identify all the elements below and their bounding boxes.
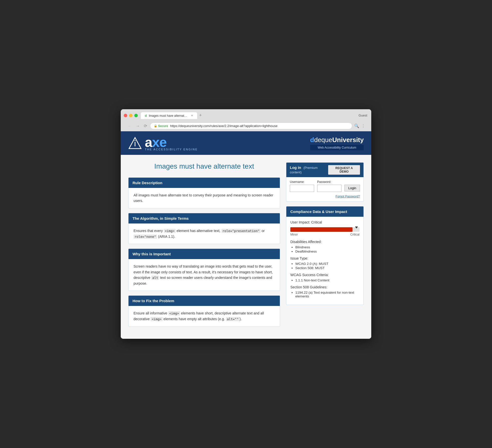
how-to-fix-text: Ensure all informative <img> elements ha…	[134, 310, 275, 322]
img-code-3: <img>	[151, 317, 162, 321]
rule-description-header: Rule Description	[129, 178, 280, 188]
secure-badge: 🔒 Secure	[154, 124, 168, 128]
algorithm-text: Ensures that every <img> element has alt…	[134, 228, 275, 240]
login-fields: Username: Password: Login	[290, 180, 360, 192]
login-body: Username: Password: Login	[286, 177, 363, 201]
forward-button[interactable]: →	[135, 123, 141, 129]
minor-label: Minor	[290, 233, 298, 236]
tab-close-icon[interactable]: ✕	[191, 114, 193, 117]
browser-top-bar: d Images must have alternate te… ✕ + Gue…	[124, 112, 368, 119]
login-header: Log in (Premium content) REQUEST A DEMO	[286, 163, 363, 177]
traffic-lights	[124, 114, 138, 117]
deque-curriculum: Web Accessibility Curriculum	[310, 145, 364, 150]
impact-bar-fill	[290, 227, 352, 232]
page-title: Images must have alternate text	[128, 162, 280, 170]
how-to-fix-header: How to Fix the Problem	[129, 296, 280, 306]
why-important-body: Screen readers have no way of translatin…	[129, 259, 280, 291]
tab-bar: d Images must have alternate te… ✕ +	[141, 112, 358, 119]
compliance-panel: Compliance Data & User Impact User Impac…	[286, 206, 364, 305]
main-area: Images must have alternate text Rule Des…	[121, 155, 371, 339]
why-important-header: Why this is Important	[129, 249, 280, 259]
rule-description-text: All images must have alternate text to c…	[134, 192, 275, 204]
minimize-traffic-light[interactable]	[129, 114, 133, 117]
url-display: https://dequeuniversity.com/rules/axe/2.…	[170, 124, 348, 128]
disabilities-list: Blindness Deafblindness	[295, 245, 359, 253]
maximize-traffic-light[interactable]	[134, 114, 138, 117]
rule-description-body: All images must have alternate text to c…	[129, 188, 280, 208]
wcag-item-1: 1.1.1 Non-text Content	[295, 278, 359, 282]
impact-labels: Minor Critical	[290, 233, 359, 236]
forgot-password-link[interactable]: Forgot Password?	[336, 195, 360, 198]
search-button[interactable]: 🔍	[354, 124, 359, 128]
password-field: Password:	[317, 180, 341, 192]
why-important-card: Why this is Important Screen readers hav…	[128, 249, 280, 291]
critical-label: Critical	[350, 233, 359, 236]
address-bar[interactable]: 🔒 Secure https://dequeuniversity.com/rul…	[150, 123, 352, 129]
img-code-2: <img>	[168, 311, 180, 315]
issue-types-list: WCAG 2.0 (A): MUST Section 508: MUST	[295, 262, 359, 270]
password-input[interactable]	[317, 185, 341, 192]
browser-window: d Images must have alternate te… ✕ + Gue…	[121, 109, 371, 339]
role-none-code: role="none"	[134, 235, 157, 239]
close-traffic-light[interactable]	[124, 114, 127, 117]
browser-address-bar: ← → ⟳ 🔒 Secure https://dequeuniversity.c…	[124, 121, 368, 131]
how-to-fix-card: How to Fix the Problem Ensure all inform…	[128, 295, 280, 327]
right-column: Log in (Premium content) REQUEST A DEMO …	[286, 162, 364, 305]
user-impact-label: User Impact:	[290, 220, 310, 224]
alt-code: alt	[151, 276, 159, 280]
login-label: Log in	[290, 165, 301, 170]
forgot-password-row: Forgot Password?	[290, 194, 360, 198]
wcag-title: WCAG Success Criteria:	[290, 273, 359, 277]
secure-label: Secure	[158, 124, 168, 128]
compliance-header: Compliance Data & User Impact	[286, 206, 363, 217]
deque-d: d	[310, 136, 314, 144]
username-label: Username:	[290, 180, 314, 184]
tab-title: Images must have alternate te…	[149, 114, 189, 118]
algorithm-card: The Algorithm, in Simple Terms Ensures t…	[128, 213, 280, 244]
section508-list: 1194.22 (a) Text equivalent for non-text…	[295, 291, 359, 298]
role-presentation-code: role="presentation"	[221, 229, 261, 233]
alt-empty-code: alt=""	[226, 317, 240, 321]
issue-type-wcag: WCAG 2.0 (A): MUST	[295, 262, 359, 266]
refresh-button[interactable]: ⟳	[143, 123, 148, 129]
axe-triangle-icon	[128, 137, 142, 149]
back-button[interactable]: ←	[127, 123, 133, 129]
section508-item-1: 1194.22 (a) Text equivalent for non-text…	[295, 291, 359, 298]
deque-university-name: ddequeUniversity	[310, 136, 364, 144]
issue-type-title: Issue Type:	[290, 256, 359, 260]
img-code-1: <img>	[164, 229, 176, 233]
left-column: Images must have alternate text Rule Des…	[128, 162, 280, 331]
axe-logo: axe THE ACCESSIBILITY ENGINE	[128, 135, 198, 151]
browser-chrome: d Images must have alternate te… ✕ + Gue…	[121, 109, 371, 131]
disabilities-title: Disabilities Affected:	[290, 240, 359, 244]
section508-title: Section 508 Guidelines:	[290, 285, 359, 289]
deque-university-word: University	[332, 136, 364, 144]
new-tab-button[interactable]: +	[197, 112, 204, 119]
username-field: Username:	[290, 180, 314, 192]
svg-point-2	[135, 140, 136, 141]
impact-bar-container: Minor Critical	[290, 227, 359, 236]
tab-favicon-icon: d	[145, 114, 147, 118]
rule-description-card: Rule Description All images must have al…	[128, 177, 280, 208]
disability-blindness: Blindness	[295, 245, 359, 249]
request-demo-button[interactable]: REQUEST A DEMO	[328, 165, 360, 175]
active-tab[interactable]: d Images must have alternate te… ✕	[141, 112, 197, 119]
deque-prefix: deque	[314, 136, 332, 144]
login-button[interactable]: Login	[344, 185, 360, 191]
username-input[interactable]	[290, 185, 314, 192]
impact-bar-track	[290, 227, 359, 232]
axe-subtitle: THE ACCESSIBILITY ENGINE	[145, 148, 198, 151]
login-button-container: Login	[344, 180, 360, 192]
page-content: axe THE ACCESSIBILITY ENGINE ddequeUnive…	[121, 131, 371, 339]
compliance-body: User Impact: Critical Minor Critical	[286, 217, 363, 305]
how-to-fix-body: Ensure all informative <img> elements ha…	[129, 306, 280, 326]
browser-menu-button[interactable]: ⋮	[361, 124, 365, 128]
guest-label: Guest	[358, 114, 368, 117]
lock-icon: 🔒	[154, 124, 157, 128]
disability-deafblindness: Deafblindness	[295, 250, 359, 253]
algorithm-body: Ensures that every <img> element has alt…	[129, 223, 280, 244]
why-important-text: Screen readers have no way of translatin…	[134, 264, 275, 286]
impact-marker-icon	[355, 227, 358, 229]
user-impact-text: User Impact: Critical	[290, 220, 359, 224]
password-label: Password:	[317, 180, 341, 184]
